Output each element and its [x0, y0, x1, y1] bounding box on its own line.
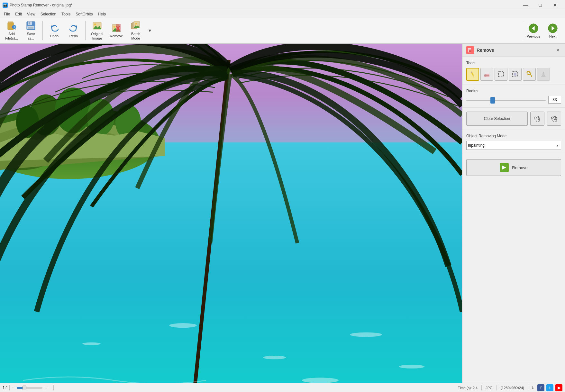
next-button[interactable]: Next [543, 20, 562, 41]
tools-row [466, 68, 561, 81]
zoom-plus-btn[interactable]: + [44, 385, 48, 390]
status-time: Time (s): 2.4 [458, 386, 478, 390]
remove-toolbar-button[interactable]: Remove [107, 20, 125, 41]
svg-point-39 [87, 99, 114, 136]
canvas-area[interactable] [0, 44, 462, 383]
svg-marker-36 [0, 124, 160, 170]
remove-label: Remove [110, 34, 123, 38]
status-right: Time (s): 2.4 JPG (1280x960x24) ℹ f t ▶ [458, 384, 562, 391]
status-main-divider [53, 385, 54, 390]
chevron-down-icon: ▼ [148, 28, 152, 33]
remove-btn-arrow-icon [500, 163, 509, 172]
select-paste-button[interactable] [547, 112, 561, 126]
svg-point-17 [114, 26, 115, 28]
svg-rect-32 [0, 142, 462, 383]
mode-select[interactable]: Inpainting Smart Fill Clone [466, 141, 561, 150]
menu-bar: File Edit View Selection Tools SoftOrbit… [0, 10, 565, 18]
clear-selection-button[interactable]: Clear Selection [466, 112, 528, 126]
svg-marker-55 [473, 76, 474, 77]
facebook-button[interactable]: f [537, 384, 544, 391]
redo-button[interactable]: Redo [65, 20, 83, 41]
info-icon[interactable]: ℹ [532, 386, 533, 390]
save-button[interactable]: Saveas... [22, 20, 40, 41]
stamp-tool-button [537, 68, 550, 81]
radius-section: Radius 33 [462, 85, 565, 108]
remove-icon [111, 23, 122, 33]
zoom-slider-thumb[interactable] [23, 386, 26, 390]
status-zoom-divider [9, 385, 10, 390]
svg-rect-60 [498, 72, 504, 77]
toolbox-panel: Remove ✕ Tools [462, 44, 565, 383]
minimize-button[interactable]: — [518, 0, 533, 10]
status-social: f t ▶ [537, 384, 562, 391]
svg-point-14 [94, 23, 96, 25]
add-file-button[interactable]: AddFile(s)... [3, 20, 21, 41]
svg-rect-68 [542, 73, 544, 76]
svg-rect-69 [543, 72, 544, 73]
status-dimensions: (1280x960x24) [501, 386, 524, 390]
close-button[interactable]: ✕ [548, 0, 562, 10]
title-bar: 📷 Photo Stamp Remover - original.jpg* — … [0, 0, 565, 10]
menu-selection[interactable]: Selection [38, 11, 59, 17]
remove-btn-section: Remove [462, 154, 565, 181]
undo-button[interactable]: Undo [45, 20, 63, 41]
rect-select-tool-button[interactable] [495, 68, 507, 81]
maximize-button[interactable]: □ [533, 0, 548, 10]
status-divider-3 [497, 385, 497, 390]
title-bar-left: 📷 Photo Stamp Remover - original.jpg* [3, 3, 72, 8]
zoom-slider-fill [17, 387, 23, 389]
svg-point-38 [55, 87, 92, 133]
add-file-icon [6, 21, 17, 31]
radius-slider[interactable] [466, 100, 546, 101]
svg-point-40 [16, 106, 39, 138]
svg-rect-31 [0, 44, 462, 383]
toolbox-header: Remove ✕ [462, 44, 565, 57]
svg-point-45 [263, 356, 286, 359]
tools-section: Tools [462, 57, 565, 85]
youtube-button[interactable]: ▶ [555, 384, 562, 391]
radius-label: Radius [466, 89, 561, 93]
svg-point-47 [350, 332, 382, 337]
batch-mode-icon [131, 21, 141, 31]
menu-help[interactable]: Help [96, 11, 109, 17]
zoom-minus-btn[interactable]: − [11, 385, 15, 390]
toolbar-nav-sep [523, 21, 523, 40]
original-image-icon [92, 21, 102, 31]
zoom-slider-track [17, 387, 42, 389]
pencil-tool-button[interactable] [466, 68, 479, 81]
twitter-button[interactable]: t [546, 384, 553, 391]
svg-point-37 [30, 95, 62, 136]
toolbox-remove-title: Remove [477, 48, 494, 53]
magic-wand-tool-button[interactable] [523, 68, 536, 81]
menu-view[interactable]: View [24, 11, 38, 17]
toolbar-more-button[interactable]: ▼ [146, 20, 154, 41]
toolbox-title-row: Remove [466, 46, 494, 54]
svg-point-48 [302, 378, 339, 383]
menu-file[interactable]: File [1, 11, 13, 17]
remove-action-button[interactable]: Remove [466, 159, 561, 176]
previous-button[interactable]: Previous [524, 20, 543, 41]
menu-softorbits[interactable]: SoftOrbits [73, 11, 95, 17]
previous-icon [528, 23, 539, 33]
menu-edit[interactable]: Edit [13, 11, 24, 17]
eraser-tool-button[interactable] [480, 68, 493, 81]
svg-point-50 [399, 365, 425, 368]
original-image-button[interactable]: OriginalImage [88, 20, 106, 41]
select-copy-button[interactable] [530, 112, 544, 126]
magic-fill-tool-button[interactable] [509, 68, 522, 81]
menu-tools[interactable]: Tools [59, 11, 73, 17]
batch-mode-button[interactable]: BatchMode [127, 20, 145, 41]
undo-icon [49, 23, 59, 33]
tools-section-label: Tools [466, 61, 561, 65]
status-divider-4 [528, 385, 528, 390]
next-icon [548, 23, 558, 33]
svg-rect-8 [29, 22, 30, 24]
add-file-label: AddFile(s)... [5, 32, 18, 40]
zoom-label: 1:1 [3, 386, 8, 390]
selection-row: Clear Selection [462, 108, 565, 130]
previous-label: Previous [527, 34, 541, 38]
redo-icon [68, 23, 79, 33]
window-title: Photo Stamp Remover - original.jpg* [10, 3, 72, 7]
svg-point-25 [135, 23, 137, 25]
toolbox-close-button[interactable]: ✕ [555, 47, 561, 53]
